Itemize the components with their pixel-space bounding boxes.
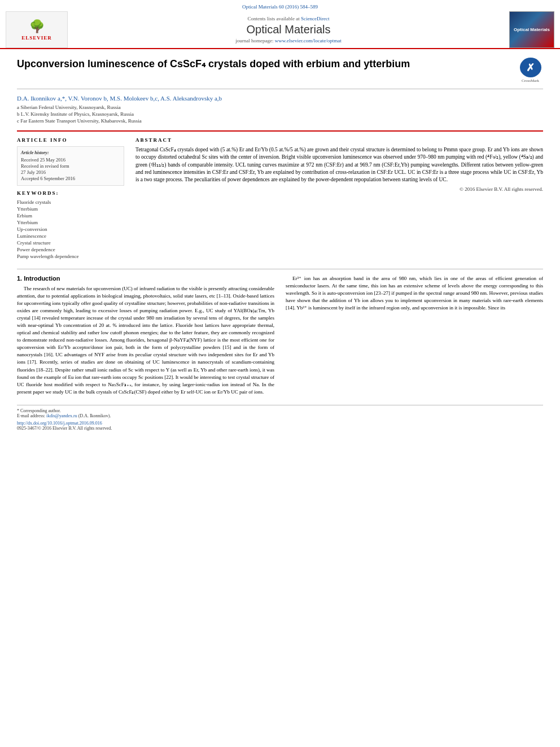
affiliation-a: a Siberian Federal University, Krasnoyar… xyxy=(17,104,543,110)
keyword-6: Crystal structure xyxy=(17,240,124,246)
homepage-text: journal homepage: xyxy=(235,38,273,43)
journal-cover-title: Optical Materials xyxy=(514,27,550,32)
crossmark-label: CrossMark xyxy=(522,78,539,83)
article-info-box: Article history: Received 25 May 2016 Re… xyxy=(17,146,124,186)
journal-title-main: Optical Materials xyxy=(68,23,509,36)
article-info-col: ARTICLE INFO Article history: Received 2… xyxy=(17,137,124,260)
citation-text: Optical Materials 60 (2016) 584–589 xyxy=(242,4,318,10)
keyword-7: Power dependence xyxy=(17,247,124,252)
keywords-section: Keywords: Fluoride crystals Ytterbium Er… xyxy=(17,190,124,259)
homepage-link[interactable]: www.elsevier.com/locate/optmat xyxy=(275,38,342,43)
main-content: Upconversion luminescence of CsScF₄ crys… xyxy=(0,49,560,439)
paper-title-section: Upconversion luminescence of CsScF₄ crys… xyxy=(17,58,543,89)
abstract-header: ABSTRACT xyxy=(135,137,543,143)
email-label: E-mail address: xyxy=(17,413,45,418)
crossmark-icon: ✗ xyxy=(526,62,535,74)
authors-line: D.A. Ikonnikov a,*, V.N. Voronov b, M.S.… xyxy=(17,95,543,102)
abstract-col: ABSTRACT Tetragonal CsScF₄ crystals dope… xyxy=(135,137,543,260)
affiliation-b: b L.V. Kirensky Institute of Physics, Kr… xyxy=(17,111,543,117)
body-text-right-0: Er³⁺ ion has an absorption band in the a… xyxy=(286,275,543,312)
contents-text: Contents lists available at xyxy=(248,16,300,21)
body-left-col: 1. Introduction The research of new mate… xyxy=(17,275,274,399)
rights-text: 0925-3467/© 2016 Elsevier B.V. All right… xyxy=(17,426,543,431)
article-meta-section: ARTICLE INFO Article history: Received 2… xyxy=(17,130,543,260)
email-line: E-mail address: ikdis@yandex.ru (D.A. Ik… xyxy=(17,413,543,418)
body-right-col: Er³⁺ ion has an absorption band in the a… xyxy=(286,275,543,399)
article-info-header: ARTICLE INFO xyxy=(17,137,124,143)
crossmark[interactable]: ✗ CrossMark xyxy=(518,58,543,83)
keyword-5: Luminescence xyxy=(17,233,124,239)
paper-title: Upconversion luminescence of CsScF₄ crys… xyxy=(17,58,518,71)
body-paragraph-left: The research of new materials for upconv… xyxy=(17,285,274,396)
authors-text: D.A. Ikonnikov a,*, V.N. Voronov b, M.S.… xyxy=(17,95,222,102)
revised-date: 27 July 2016 xyxy=(21,169,120,175)
revised-label: Received in revised form xyxy=(21,163,120,169)
keyword-3: Ytterbium xyxy=(17,220,124,225)
intro-title: 1. Introduction xyxy=(17,275,274,282)
corresponding-author: * Corresponding author. xyxy=(17,408,543,413)
contents-line: Contents lists available at ScienceDirec… xyxy=(68,16,509,21)
affiliation-c: c Far Eastern State Transport University… xyxy=(17,118,543,124)
science-direct-link[interactable]: ScienceDirect xyxy=(301,16,329,21)
journal-cover: Optical Materials xyxy=(509,11,554,48)
keyword-1: Ytterbium xyxy=(17,206,124,212)
authors-section: D.A. Ikonnikov a,*, V.N. Voronov b, M.S.… xyxy=(17,95,543,124)
keyword-8: Pump wavelength dependence xyxy=(17,254,124,259)
body-text-left-0: The research of new materials for upconv… xyxy=(17,285,274,396)
keywords-header: Keywords: xyxy=(17,190,124,196)
accepted-date: Accepted 6 September 2016 xyxy=(21,176,120,181)
article-history-label: Article history: xyxy=(21,150,120,155)
footnote-spacer: http://dx.doi.org/10.1016/j.optmat.2016.… xyxy=(17,421,543,426)
doi-link[interactable]: http://dx.doi.org/10.1016/j.optmat.2016.… xyxy=(17,421,102,426)
keyword-2: Erbium xyxy=(17,213,124,219)
received-date: Received 25 May 2016 xyxy=(21,157,120,163)
email-note: (D.A. Ikonnikov). xyxy=(78,413,111,418)
body-section: 1. Introduction The research of new mate… xyxy=(17,269,543,399)
crossmark-circle: ✗ xyxy=(520,58,541,77)
body-paragraph-right: Er³⁺ ion has an absorption band in the a… xyxy=(286,275,543,312)
homepage-line: journal homepage: www.elsevier.com/locat… xyxy=(68,38,509,43)
abstract-text: Tetragonal CsScF₄ crystals doped with (5… xyxy=(135,146,543,184)
keyword-0: Fluoride crystals xyxy=(17,199,124,205)
email-link[interactable]: ikdis@yandex.ru xyxy=(46,413,77,418)
journal-center: Contents lists available at ScienceDirec… xyxy=(68,13,509,46)
citation-bar: Optical Materials 60 (2016) 584–589 xyxy=(242,2,318,11)
footnote-section: * Corresponding author. E-mail address: … xyxy=(17,405,543,431)
logo-tree-icon: 🌳 xyxy=(29,19,45,34)
journal-header: Optical Materials 60 (2016) 584–589 🌳 EL… xyxy=(0,0,560,49)
journal-top-bar: 🌳 ELSEVIER Contents lists available at S… xyxy=(0,11,560,48)
keyword-4: Up-conversion xyxy=(17,226,124,232)
abstract-copyright: © 2016 Elsevier B.V. All rights reserved… xyxy=(135,186,543,192)
elsevier-label: ELSEVIER xyxy=(21,35,52,41)
elsevier-logo: 🌳 ELSEVIER xyxy=(6,11,68,48)
